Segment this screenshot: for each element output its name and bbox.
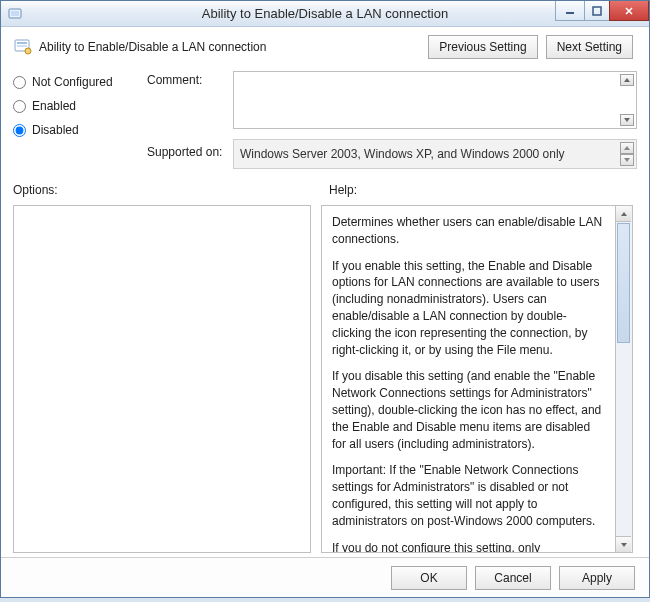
help-pane-container: Determines whether users can enable/disa…: [321, 205, 633, 553]
apply-button[interactable]: Apply: [559, 566, 635, 590]
header-row: Ability to Enable/Disable a LAN connecti…: [13, 35, 637, 59]
supported-on-value: Windows Server 2003, Windows XP, and Win…: [240, 147, 565, 161]
help-paragraph: If you disable this setting (and enable …: [332, 368, 605, 452]
svg-rect-5: [17, 42, 27, 44]
next-setting-button[interactable]: Next Setting: [546, 35, 633, 59]
pane-headers: Options: Help:: [13, 183, 637, 197]
supported-scroll-up-icon[interactable]: [620, 142, 634, 154]
maximize-button[interactable]: [584, 1, 610, 21]
radio-enabled-input[interactable]: [13, 100, 26, 113]
state-radio-group: Not Configured Enabled Disabled: [13, 71, 133, 169]
options-label: Options:: [13, 183, 315, 197]
policy-icon: [13, 37, 33, 57]
panes-row: Determines whether users can enable/disa…: [13, 205, 637, 553]
comment-value: [234, 68, 242, 90]
radio-not-configured-label: Not Configured: [32, 75, 113, 89]
help-paragraph: Determines whether users can enable/disa…: [332, 214, 605, 248]
supported-label: Supported on:: [147, 139, 225, 169]
help-paragraph: If you enable this setting, the Enable a…: [332, 258, 605, 359]
ok-button[interactable]: OK: [391, 566, 467, 590]
radio-not-configured[interactable]: Not Configured: [13, 75, 133, 89]
app-icon: [7, 6, 23, 22]
svg-point-7: [25, 48, 31, 54]
radio-disabled-input[interactable]: [13, 124, 26, 137]
comment-label: Comment:: [147, 71, 225, 129]
radio-disabled[interactable]: Disabled: [13, 123, 133, 137]
svg-rect-6: [17, 45, 27, 47]
help-paragraph: If you do not configure this setting, on…: [332, 540, 605, 553]
titlebar[interactable]: Ability to Enable/Disable a LAN connecti…: [1, 1, 649, 27]
dialog-body: Ability to Enable/Disable a LAN connecti…: [1, 27, 649, 557]
radio-enabled-label: Enabled: [32, 99, 76, 113]
help-label: Help:: [329, 183, 357, 197]
options-pane[interactable]: [13, 205, 311, 553]
supported-on-box: Windows Server 2003, Windows XP, and Win…: [233, 139, 637, 169]
comment-textarea[interactable]: [233, 71, 637, 129]
radio-enabled[interactable]: Enabled: [13, 99, 133, 113]
svg-rect-3: [593, 7, 601, 15]
svg-rect-1: [11, 11, 19, 16]
help-scrollbar[interactable]: [616, 205, 633, 553]
dialog-window: Ability to Enable/Disable a LAN connecti…: [0, 0, 650, 598]
comment-scroll-up-icon[interactable]: [620, 74, 634, 86]
policy-title: Ability to Enable/Disable a LAN connecti…: [39, 40, 266, 54]
supported-scroll-down-icon[interactable]: [620, 154, 634, 166]
close-button[interactable]: [609, 1, 649, 21]
minimize-button[interactable]: [555, 1, 585, 21]
window-title: Ability to Enable/Disable a LAN connecti…: [202, 6, 448, 21]
previous-setting-button[interactable]: Previous Setting: [428, 35, 537, 59]
cancel-button[interactable]: Cancel: [475, 566, 551, 590]
scrollbar-up-icon[interactable]: [616, 206, 631, 222]
window-controls: [556, 1, 649, 21]
help-pane[interactable]: Determines whether users can enable/disa…: [321, 205, 616, 553]
config-row: Not Configured Enabled Disabled Comment:: [13, 71, 637, 169]
radio-not-configured-input[interactable]: [13, 76, 26, 89]
scrollbar-thumb[interactable]: [617, 223, 630, 343]
footer: OK Cancel Apply: [1, 557, 649, 597]
comment-scroll-down-icon[interactable]: [620, 114, 634, 126]
svg-rect-2: [566, 12, 574, 14]
scrollbar-down-icon[interactable]: [616, 536, 631, 552]
radio-disabled-label: Disabled: [32, 123, 79, 137]
help-paragraph: Important: If the "Enable Network Connec…: [332, 462, 605, 529]
